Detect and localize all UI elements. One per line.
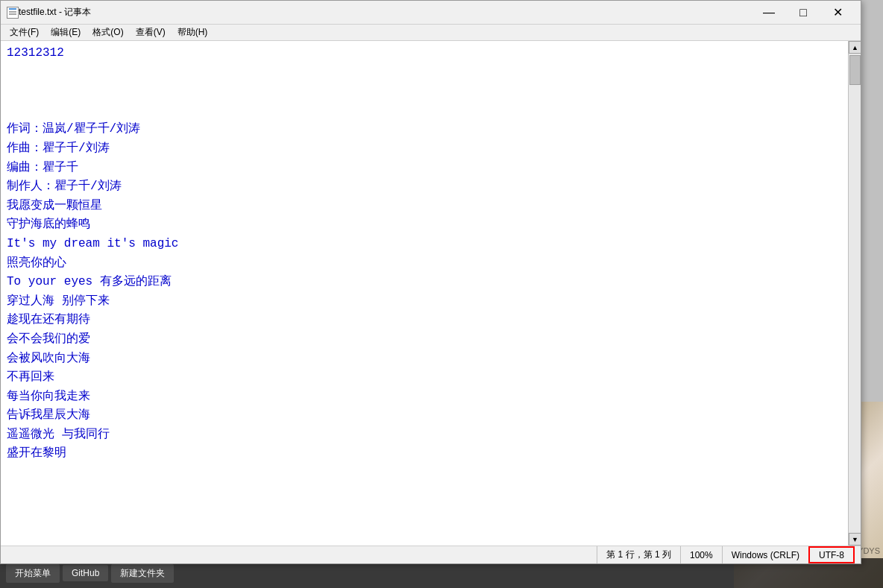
title-bar: testfile.txt - 记事本 — □ ✕ xyxy=(1,1,861,25)
window-title: testfile.txt - 记事本 xyxy=(19,6,752,19)
line-ending: Windows (CRLF) xyxy=(722,546,808,563)
zoom-level: 100% xyxy=(680,546,722,563)
scroll-thumb[interactable] xyxy=(849,55,861,85)
taskbar-item-3[interactable]: 新建文件夹 xyxy=(111,564,174,583)
taskbar-item-2[interactable]: GitHub xyxy=(63,565,108,581)
minimize-button[interactable]: — xyxy=(752,1,786,25)
menu-file[interactable]: 文件(F) xyxy=(4,25,45,40)
scroll-down-button[interactable]: ▼ xyxy=(849,533,861,546)
text-editor[interactable]: 12312312 作词：温岚/瞿子千/刘涛 作曲：瞿子千/刘涛 编曲：瞿子千 制… xyxy=(1,41,848,546)
menu-edit[interactable]: 编辑(E) xyxy=(45,25,87,40)
scroll-track[interactable] xyxy=(849,54,861,533)
status-bar: 第 1 行，第 1 列 100% Windows (CRLF) UTF-8 xyxy=(1,546,861,563)
scrollbar[interactable]: ▲ ▼ xyxy=(848,41,861,546)
scroll-up-button[interactable]: ▲ xyxy=(849,41,861,54)
notepad-icon xyxy=(7,7,19,19)
maximize-button[interactable]: □ xyxy=(786,1,820,25)
menu-view[interactable]: 查看(V) xyxy=(130,25,172,40)
menu-bar: 文件(F) 编辑(E) 格式(O) 查看(V) 帮助(H) xyxy=(1,25,861,41)
content-area: 12312312 作词：温岚/瞿子千/刘涛 作曲：瞿子千/刘涛 编曲：瞿子千 制… xyxy=(1,41,861,546)
title-bar-buttons: — □ ✕ xyxy=(752,1,855,25)
close-button[interactable]: ✕ xyxy=(820,1,855,25)
menu-help[interactable]: 帮助(H) xyxy=(172,25,214,40)
encoding: UTF-8 xyxy=(808,546,855,563)
menu-format[interactable]: 格式(O) xyxy=(87,25,129,40)
cursor-position: 第 1 行，第 1 列 xyxy=(597,546,680,563)
taskbar-item-1[interactable]: 开始菜单 xyxy=(6,564,60,583)
notepad-window: testfile.txt - 记事本 — □ ✕ 文件(F) 编辑(E) 格式(… xyxy=(0,0,861,564)
